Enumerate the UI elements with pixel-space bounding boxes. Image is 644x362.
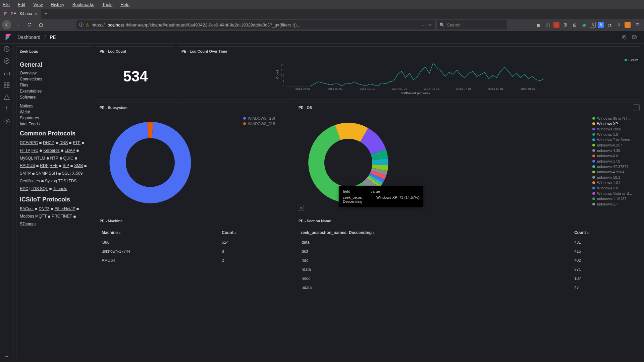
ext-orange-icon[interactable] [625,22,631,28]
new-tab-button[interactable]: + [41,9,51,18]
menu-view[interactable]: View [33,2,43,7]
ext-profile-icon[interactable]: ◔ [606,21,613,28]
rail-visualize-icon[interactable] [3,70,10,76]
table-row[interactable]: I386524 [100,238,288,247]
sidebar-link[interactable]: TDS [58,179,66,183]
sidebar-link[interactable]: NTP [50,156,58,161]
sidebar-link[interactable]: Intel Feeds [20,121,90,127]
sidebar-link[interactable]: SIP [63,163,69,168]
sidebar-link[interactable]: RDP [40,163,48,168]
legend-item[interactable]: Windows 2000 [592,126,638,132]
rail-ml-icon[interactable] [3,106,10,113]
sidebar-link[interactable]: S7comm [20,222,36,226]
sidebar-link[interactable]: Software [20,95,90,100]
legend-item[interactable]: Windows 1.01 [592,180,638,185]
rail-discover-icon[interactable] [3,58,10,64]
menu-file[interactable]: File [3,2,10,7]
sidebar-link[interactable]: Tunnels [53,186,67,191]
menu-tools[interactable]: Tools [102,2,112,7]
ext-b-icon[interactable]: B [598,22,604,28]
sidebar-link[interactable]: SMB [74,163,83,168]
legend-item[interactable]: unknown-17.0 [592,159,638,164]
menu-edit[interactable]: Edit [18,2,25,7]
rail-recent-icon[interactable] [3,46,10,52]
legend-item[interactable]: Windows 2.0 [592,185,638,191]
sidebar-link[interactable]: Signatures [20,115,90,121]
rail-settings-icon[interactable] [3,118,10,125]
chart-legend[interactable]: Windows 95 or NT ...Windows XPWindows 20… [592,114,638,211]
legend-item[interactable]: unknown-4.9984 [592,169,638,175]
legend-item[interactable]: Windows 7 or Serve... [592,137,638,142]
legend-item[interactable]: WINDOWS_CUI [243,121,288,126]
sidebar-link[interactable]: SSH [49,171,57,176]
rail-expand-icon[interactable]: ⇥ [5,354,8,359]
line-chart[interactable]: 05101520Count2013-04-012013-07-012013-10… [181,58,638,98]
legend-item[interactable]: Windows Vista or S... [592,191,638,196]
sidebar-link[interactable]: DNS [59,140,68,145]
ext-library-icon[interactable]: ⫼ [535,21,542,28]
sidebar-link[interactable]: RFB [50,163,58,168]
table-row[interactable]: unknown-177448 [100,247,288,256]
table-row[interactable]: .rdata371 [299,265,638,274]
legend-item[interactable]: unknown-0.257 [592,142,638,148]
kibana-logo[interactable] [5,34,12,41]
ext-circle-icon[interactable]: ◉ [580,21,588,28]
sidebar-link[interactable]: SSL [62,171,70,176]
legend-item[interactable]: Windows 1.0 [592,132,638,137]
legend-item[interactable]: Windows 95 or NT ... [592,116,638,121]
sidebar-link[interactable]: MySQL [20,156,33,161]
rail-dashboard-icon[interactable] [3,82,10,88]
back-button[interactable] [2,20,11,29]
data-table[interactable]: zeek_pe.section_names: Descending◆Count◆… [299,228,638,292]
sidebar-link[interactable]: Connections [20,76,90,82]
table-header[interactable]: Machine◆ [100,228,220,238]
header-feed-icon[interactable] [619,32,629,42]
menu-help[interactable]: Help [120,2,129,7]
browser-menu-button[interactable]: ≡ [633,21,642,28]
ellipsis-icon[interactable]: ⋯ [422,22,426,27]
reload-button[interactable] [25,20,34,29]
table-row[interactable]: .rsrc402 [299,256,638,265]
sidebar-link[interactable]: Overview [20,70,90,76]
menu-history[interactable]: History [51,2,64,7]
table-row[interactable]: .ndata47 [299,283,638,292]
sidebar-link[interactable]: PROFINET [52,214,72,219]
legend-item[interactable]: unknown-1.10137 [592,196,638,201]
chart-legend[interactable]: Count [625,58,638,62]
browser-tab[interactable]: PE - Kibana × [0,9,41,19]
sidebar-link[interactable]: SMTP [20,171,31,176]
browser-search[interactable]: 🔍 Search [437,20,507,29]
bookmark-star-icon[interactable]: ☆ [428,22,432,27]
legend-item[interactable]: Windows XP [592,121,638,126]
sidebar-link[interactable]: Weird [20,109,90,115]
info-icon[interactable]: ⓘ [79,22,84,28]
sidebar-link[interactable]: BACnet [20,206,34,211]
menu-bookmarks[interactable]: Bookmarks [72,2,94,7]
ext-shield-icon[interactable]: ⛨ [561,21,569,28]
chart-area[interactable]: Count 05101520Count2013-04-012013-07-012… [178,56,641,100]
toggle-list-icon[interactable]: ≣ [298,205,304,211]
sidebar-link[interactable]: DCE/RPC [20,140,38,145]
sidebar-link[interactable]: Files [20,82,90,88]
table-row[interactable]: AMD642 [100,256,288,265]
home-button[interactable] [36,20,46,29]
donut-chart[interactable]: fieldvalue zeek_pe.os: DescendingWindows… [304,114,592,211]
legend-item[interactable]: unknown-1.7 [592,201,638,207]
table-row[interactable]: .data431 [299,238,638,247]
sidebar-link[interactable]: DHCP [43,140,54,145]
sidebar-link[interactable]: DNP3 [39,206,49,211]
sidebar-link[interactable]: SNMP [36,171,47,176]
legend-item[interactable]: WINDOWS_GUI [243,116,288,121]
address-bar[interactable]: ⓘ ⚠ https://localhost/kibana/app/kibana#… [76,20,435,29]
table-header[interactable]: zeek_pe.section_names: Descending◆ [299,228,572,238]
table-row[interactable]: .text415 [299,247,638,256]
table-header[interactable]: Count◆ [220,228,288,238]
sidebar-link[interactable]: QUIC [63,156,73,161]
breadcrumb-root[interactable]: Dashboard [17,35,41,40]
header-mail-icon[interactable] [629,32,639,42]
table-header[interactable]: Count◆ [572,228,638,238]
legend-item[interactable]: unknown-0.0 [592,153,638,159]
sidebar-link[interactable]: Executables [20,88,90,94]
sidebar-link[interactable]: IRC [31,148,38,153]
sidebar-link[interactable]: LDAP [65,148,75,153]
